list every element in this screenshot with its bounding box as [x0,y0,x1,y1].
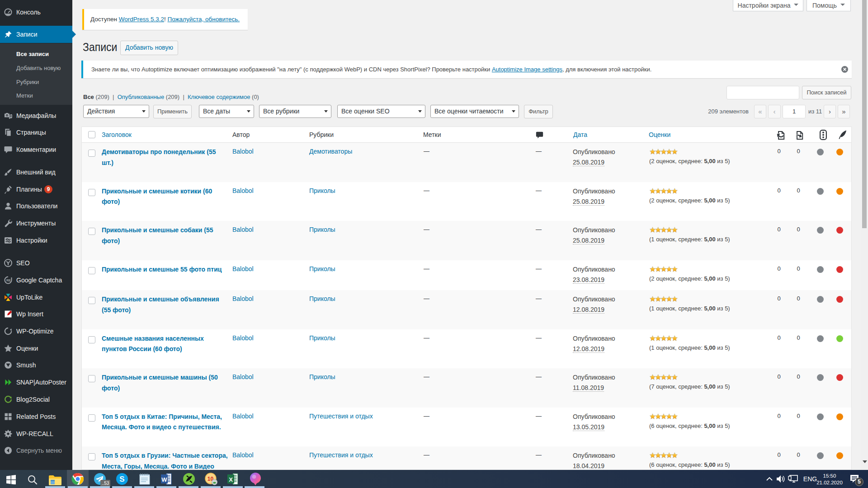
svg-text:X: X [229,476,233,483]
svg-text:S: S [119,475,124,483]
svg-text:RE: RE [6,279,11,282]
svg-text:W: W [161,476,167,483]
